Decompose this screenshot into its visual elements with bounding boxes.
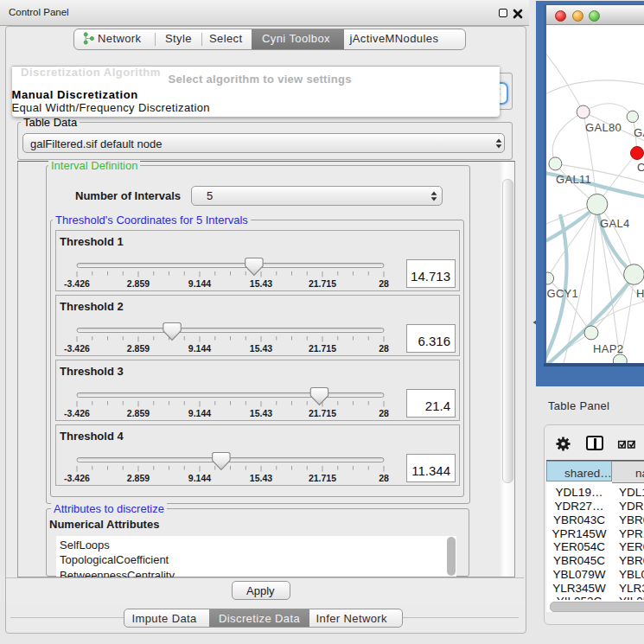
svg-text:15.43: 15.43 — [250, 473, 272, 483]
svg-text:21.715: 21.715 — [309, 343, 336, 354]
svg-text:2.859: 2.859 — [127, 408, 150, 418]
svg-text:28: 28 — [379, 278, 389, 289]
svg-text:9.144: 9.144 — [188, 408, 211, 418]
svg-text:9.144: 9.144 — [188, 473, 211, 483]
svg-text:GA: GA — [634, 126, 644, 139]
svg-text:2.859: 2.859 — [127, 278, 150, 289]
svg-text:2.859: 2.859 — [127, 343, 150, 354]
svg-text:C: C — [637, 161, 644, 174]
svg-text:15.43: 15.43 — [250, 278, 272, 289]
svg-text:-3.426: -3.426 — [64, 473, 90, 483]
svg-text:-3.426: -3.426 — [64, 408, 90, 418]
svg-text:15.43: 15.43 — [250, 408, 272, 418]
svg-text:28: 28 — [379, 408, 389, 418]
svg-text:15.43: 15.43 — [250, 343, 272, 354]
svg-text:28: 28 — [379, 343, 389, 354]
svg-text:21.715: 21.715 — [309, 278, 336, 289]
svg-text:9.144: 9.144 — [188, 278, 211, 289]
svg-text:21.715: 21.715 — [309, 473, 336, 483]
svg-text:GCY1: GCY1 — [547, 287, 579, 300]
svg-text:2.859: 2.859 — [127, 473, 150, 483]
svg-text:GAL11: GAL11 — [556, 173, 591, 186]
svg-text:9.144: 9.144 — [188, 343, 211, 354]
svg-text:H: H — [636, 287, 644, 300]
svg-text:GAL80: GAL80 — [585, 121, 622, 134]
svg-text:-3.426: -3.426 — [64, 343, 90, 354]
svg-text:28: 28 — [379, 473, 389, 483]
svg-text:21.715: 21.715 — [309, 408, 336, 418]
svg-text:GAL4: GAL4 — [600, 217, 629, 230]
svg-text:-3.426: -3.426 — [64, 278, 90, 289]
svg-text:HAP2: HAP2 — [593, 342, 623, 355]
